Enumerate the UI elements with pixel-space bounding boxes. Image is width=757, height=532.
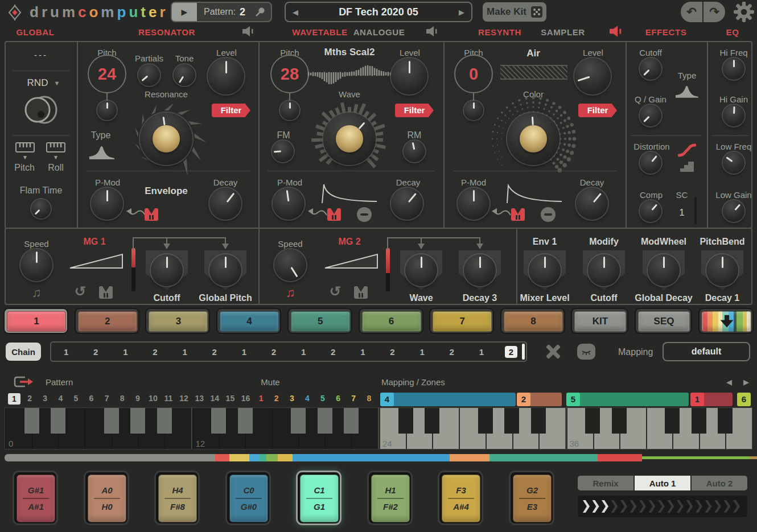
color-knob[interactable] bbox=[507, 113, 559, 165]
mg2-dest1-knob[interactable] bbox=[405, 254, 437, 286]
chain-step[interactable]: 1 bbox=[408, 347, 437, 357]
wavetable-level-knob[interactable] bbox=[391, 58, 427, 94]
note-pad[interactable]: A0H0 bbox=[84, 471, 129, 525]
resonator-decay-knob[interactable] bbox=[209, 188, 241, 220]
pattern-number[interactable]: 3 bbox=[38, 394, 52, 403]
black-key[interactable] bbox=[692, 408, 706, 434]
partials-knob[interactable] bbox=[138, 64, 160, 86]
sidechain-slider[interactable] bbox=[694, 197, 697, 224]
zone-chip[interactable]: 6 bbox=[737, 393, 751, 406]
mg2-amount-meter[interactable] bbox=[386, 248, 390, 291]
tab-remix[interactable]: Remix bbox=[578, 476, 633, 490]
black-key[interactable] bbox=[318, 408, 332, 434]
resynth-pitch-display[interactable]: 0 bbox=[454, 55, 493, 93]
matrix-amount-knob[interactable] bbox=[648, 254, 680, 286]
chain-step[interactable]: 1 bbox=[229, 347, 259, 357]
distortion-shape-icon[interactable] bbox=[678, 143, 696, 157]
low-gain-knob[interactable] bbox=[723, 200, 744, 222]
pattern-number[interactable]: 4 bbox=[53, 394, 68, 403]
flam-time-knob[interactable] bbox=[31, 199, 51, 218]
mg1-title[interactable]: MG 1 bbox=[83, 237, 105, 247]
black-key[interactable] bbox=[398, 408, 413, 434]
rnd-dropdown-icon[interactable]: ▼ bbox=[54, 80, 60, 86]
resynth-pitch-fine-knob[interactable] bbox=[464, 101, 483, 120]
bitcrush-stairs-icon[interactable] bbox=[679, 160, 695, 172]
preset-name[interactable]: DF Tech 2020 05 bbox=[339, 6, 418, 18]
play-button[interactable]: ▶ bbox=[172, 3, 197, 21]
mod-target-icon[interactable] bbox=[327, 208, 341, 221]
undo-button[interactable]: ↶ bbox=[681, 2, 702, 22]
pattern-number[interactable]: 7 bbox=[100, 394, 114, 403]
make-kit-button[interactable]: Make Kit bbox=[483, 2, 546, 22]
filter-type-icon[interactable] bbox=[89, 145, 114, 159]
fm-knob[interactable] bbox=[272, 141, 294, 162]
pattern-number[interactable]: 6 bbox=[84, 394, 99, 403]
header-wavetable[interactable]: WAVETABLE bbox=[292, 27, 347, 37]
mute-channel-number[interactable]: 4 bbox=[300, 394, 315, 403]
chain-step[interactable]: 2 bbox=[437, 347, 467, 357]
pad-7[interactable]: 7 bbox=[430, 309, 493, 333]
sidechain-value[interactable]: 1 bbox=[679, 207, 684, 218]
pattern-number[interactable]: 12 bbox=[176, 394, 191, 403]
zone-bar[interactable] bbox=[703, 393, 733, 406]
zone-bar[interactable] bbox=[579, 393, 689, 406]
distortion-knob[interactable] bbox=[640, 152, 661, 174]
matrix-amount-knob[interactable] bbox=[706, 254, 738, 286]
mute-channel-number[interactable]: 2 bbox=[269, 394, 284, 403]
zones-prev-icon[interactable]: ◀ bbox=[726, 378, 732, 386]
tab-auto-1[interactable]: Auto 1 bbox=[635, 476, 690, 490]
black-key[interactable] bbox=[612, 408, 627, 434]
chain-step[interactable]: 2 bbox=[259, 347, 289, 357]
tab-auto-2[interactable]: Auto 2 bbox=[692, 476, 747, 490]
chain-step[interactable]: 2 bbox=[318, 347, 348, 357]
header-resonator[interactable]: RESONATOR bbox=[138, 27, 195, 37]
envelope-label[interactable]: Envelope bbox=[145, 185, 188, 197]
pad-1[interactable]: 1 bbox=[5, 309, 67, 333]
black-key[interactable] bbox=[291, 408, 306, 434]
note-pad[interactable]: C1G1 bbox=[296, 471, 342, 525]
mod-target-icon[interactable] bbox=[145, 208, 158, 221]
effects-cutoff-knob[interactable] bbox=[640, 58, 661, 80]
low-freq-knob[interactable] bbox=[723, 152, 744, 174]
gear-icon[interactable] bbox=[733, 1, 755, 23]
pattern-value[interactable]: 2 bbox=[240, 6, 245, 18]
mute-channel-number[interactable]: 8 bbox=[361, 394, 376, 403]
pattern-number[interactable]: 5 bbox=[68, 394, 83, 403]
pad-multi[interactable] bbox=[700, 309, 752, 333]
pad-5[interactable]: 5 bbox=[289, 309, 351, 333]
resonator-pitch-display[interactable]: 24 bbox=[88, 55, 126, 93]
wave-knob[interactable] bbox=[323, 113, 376, 165]
resynth-filter-tag[interactable]: Filter bbox=[578, 104, 617, 117]
black-key[interactable] bbox=[665, 408, 680, 434]
black-key[interactable] bbox=[718, 408, 733, 434]
note-pad[interactable]: F3A#4 bbox=[438, 471, 483, 525]
roll-dropdown-icon[interactable]: ▼ bbox=[53, 154, 59, 160]
rm-knob[interactable] bbox=[404, 141, 425, 162]
mod-source-icon[interactable] bbox=[354, 286, 368, 299]
filter-type-icon[interactable] bbox=[676, 84, 698, 98]
pad-3[interactable]: 3 bbox=[146, 309, 209, 333]
random-wheel-icon[interactable] bbox=[24, 95, 58, 125]
black-key[interactable] bbox=[344, 408, 359, 434]
resynth-level-knob[interactable] bbox=[574, 58, 611, 94]
resynth-sample-name[interactable]: Air bbox=[526, 48, 540, 59]
note-pad[interactable]: G#1A#1 bbox=[13, 471, 58, 525]
chain-step[interactable]: 2 bbox=[377, 347, 407, 357]
chain-step[interactable]: 2 bbox=[140, 347, 170, 357]
mg2-title[interactable]: MG 2 bbox=[338, 237, 360, 247]
pad-6[interactable]: 6 bbox=[360, 309, 422, 333]
loop-icon[interactable]: ↺ bbox=[330, 283, 341, 299]
pattern-number[interactable]: 9 bbox=[130, 394, 145, 403]
resynth-decay-knob[interactable] bbox=[576, 188, 608, 220]
chain-button[interactable]: Chain bbox=[6, 343, 41, 361]
matrix-amount-knob[interactable] bbox=[588, 254, 620, 286]
pitch-keyboard-icon[interactable] bbox=[15, 142, 35, 152]
mapping-default-button[interactable]: default bbox=[663, 342, 750, 361]
pad-kit[interactable]: KIT bbox=[572, 309, 627, 333]
wavetable-pitch-display[interactable]: 28 bbox=[270, 55, 309, 93]
zone-chip[interactable]: 1 bbox=[690, 393, 704, 406]
chain-step[interactable]: 1 bbox=[348, 347, 377, 357]
header-sampler[interactable]: SAMPLER bbox=[541, 27, 585, 37]
minus-icon[interactable] bbox=[541, 207, 556, 222]
black-key[interactable] bbox=[504, 408, 519, 434]
